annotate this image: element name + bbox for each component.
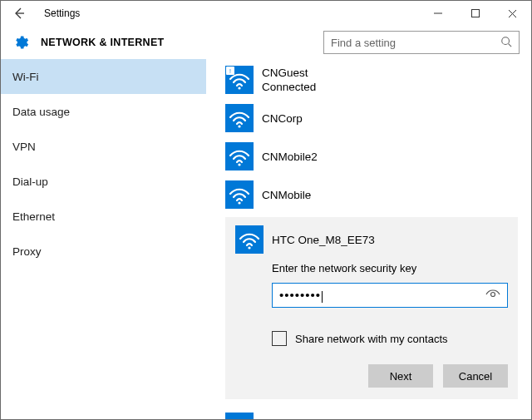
network-item-selected[interactable]: HTC One_M8_EE73 <box>235 225 508 262</box>
gear-icon <box>12 34 29 51</box>
svg-point-9 <box>238 163 240 166</box>
maximize-button[interactable] <box>456 1 494 26</box>
minimize-button[interactable] <box>419 1 456 26</box>
svg-point-11 <box>248 246 250 249</box>
reveal-password-icon[interactable] <box>485 289 500 302</box>
next-button[interactable]: Next <box>368 364 433 388</box>
network-item[interactable]: CNCorp <box>225 99 531 137</box>
share-label: Share network with my contacts <box>295 333 448 345</box>
password-mask: •••••••• <box>279 288 485 302</box>
svg-point-7 <box>238 86 240 89</box>
search-icon <box>500 36 512 50</box>
share-contacts-row[interactable]: Share network with my contacts <box>272 331 508 346</box>
connect-panel: HTC One_M8_EE73 Enter the network securi… <box>225 217 518 399</box>
page-header: NETWORK & INTERNET Find a setting <box>1 26 531 59</box>
wifi-icon <box>235 225 264 254</box>
network-item[interactable]: !CNGuestConnected <box>225 61 531 99</box>
network-name: CNMobile2 <box>262 150 318 164</box>
close-button[interactable] <box>494 1 531 26</box>
sidebar: Wi-FiData usageVPNDial-upEthernetProxy <box>1 59 207 419</box>
sidebar-item-data-usage[interactable]: Data usage <box>1 94 206 129</box>
sidebar-item-vpn[interactable]: VPN <box>1 129 206 164</box>
search-placeholder: Find a setting <box>331 37 500 49</box>
wifi-icon <box>225 104 254 132</box>
svg-point-12 <box>491 292 495 296</box>
wifi-icon <box>225 180 254 209</box>
cancel-button[interactable]: Cancel <box>443 364 508 388</box>
page-title: NETWORK & INTERNET <box>41 37 164 48</box>
sidebar-item-dial-up[interactable]: Dial-up <box>1 164 206 199</box>
security-key-prompt: Enter the network security key <box>272 262 508 274</box>
search-input[interactable]: Find a setting <box>323 31 520 54</box>
network-name: CNCorp <box>262 111 303 126</box>
network-item[interactable]: CNMobile2 <box>225 137 531 175</box>
back-button[interactable] <box>7 2 31 25</box>
network-item[interactable]: CNMobile <box>225 175 531 214</box>
window-controls <box>419 1 531 26</box>
sidebar-item-proxy[interactable]: Proxy <box>1 234 206 269</box>
network-name: HTC One_M8_EE73 <box>272 233 375 247</box>
content-area: !CNGuestConnectedCNCorpCNMobile2CNMobile… <box>207 59 531 419</box>
share-checkbox[interactable] <box>272 331 287 346</box>
window-title: Settings <box>44 7 80 19</box>
network-item[interactable]: Caroline's iPhone <box>225 408 531 419</box>
network-status: Connected <box>262 80 316 94</box>
svg-line-6 <box>509 43 512 47</box>
wifi-icon <box>225 413 254 419</box>
network-name: CNMobile <box>262 188 311 202</box>
password-input[interactable]: •••••••• <box>272 283 508 308</box>
network-name: CNGuestConnected <box>262 66 316 94</box>
wifi-icon <box>225 142 254 170</box>
sidebar-item-ethernet[interactable]: Ethernet <box>1 199 206 234</box>
svg-point-5 <box>502 37 510 44</box>
svg-rect-2 <box>471 10 479 17</box>
titlebar: Settings <box>1 1 531 26</box>
wifi-icon: ! <box>225 66 254 94</box>
svg-point-8 <box>238 125 240 127</box>
sidebar-item-wi-fi[interactable]: Wi-Fi <box>1 59 206 94</box>
svg-point-10 <box>238 201 240 204</box>
